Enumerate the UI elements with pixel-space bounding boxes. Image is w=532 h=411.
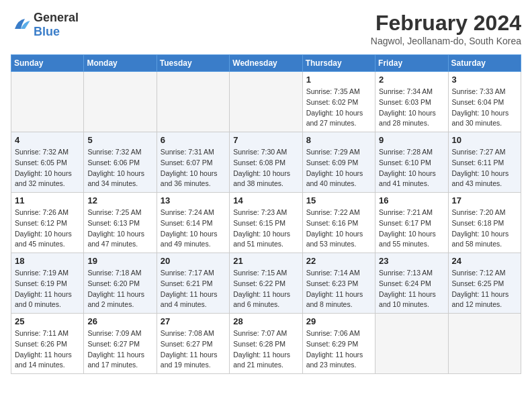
day-info: Sunrise: 7:26 AMSunset: 6:12 PMDaylight:…	[15, 208, 80, 250]
calendar-cell: 5Sunrise: 7:32 AMSunset: 6:06 PMDaylight…	[84, 132, 157, 193]
calendar-week-row: 11Sunrise: 7:26 AMSunset: 6:12 PMDayligh…	[11, 193, 521, 253]
day-number: 26	[87, 316, 152, 326]
day-number: 27	[161, 316, 226, 326]
page-header: General Blue February 2024 Nagwol, Jeoll…	[11, 11, 521, 46]
day-info: Sunrise: 7:34 AMSunset: 6:03 PMDaylight:…	[379, 87, 444, 129]
day-info: Sunrise: 7:11 AMSunset: 6:26 PMDaylight:…	[15, 328, 80, 371]
day-info: Sunrise: 7:33 AMSunset: 6:04 PMDaylight:…	[452, 87, 517, 129]
weekday-header-tuesday: Tuesday	[157, 55, 229, 72]
day-info: Sunrise: 7:30 AMSunset: 6:08 PMDaylight:…	[233, 147, 298, 189]
calendar-cell: 19Sunrise: 7:18 AMSunset: 6:20 PMDayligh…	[84, 253, 157, 314]
day-number: 28	[233, 316, 298, 326]
calendar-cell	[11, 72, 84, 132]
logo-bird-icon	[11, 15, 31, 35]
calendar-cell: 4Sunrise: 7:32 AMSunset: 6:05 PMDaylight…	[11, 132, 84, 193]
calendar-cell: 17Sunrise: 7:20 AMSunset: 6:18 PMDayligh…	[448, 193, 521, 253]
calendar-cell	[230, 72, 302, 132]
day-info: Sunrise: 7:28 AMSunset: 6:10 PMDaylight:…	[379, 147, 444, 189]
calendar-cell	[157, 72, 229, 132]
weekday-header-thursday: Thursday	[302, 55, 375, 72]
day-number: 11	[15, 195, 80, 205]
calendar-cell: 22Sunrise: 7:14 AMSunset: 6:23 PMDayligh…	[302, 253, 375, 314]
day-number: 19	[87, 256, 152, 266]
day-number: 16	[379, 195, 444, 205]
weekday-header-sunday: Sunday	[11, 55, 84, 72]
day-info: Sunrise: 7:22 AMSunset: 6:16 PMDaylight:…	[306, 208, 371, 250]
day-info: Sunrise: 7:24 AMSunset: 6:14 PMDaylight:…	[161, 208, 226, 250]
day-number: 22	[306, 256, 371, 266]
day-info: Sunrise: 7:19 AMSunset: 6:19 PMDaylight:…	[15, 268, 80, 310]
calendar-cell: 15Sunrise: 7:22 AMSunset: 6:16 PMDayligh…	[302, 193, 375, 253]
day-info: Sunrise: 7:29 AMSunset: 6:09 PMDaylight:…	[306, 147, 371, 189]
day-info: Sunrise: 7:12 AMSunset: 6:25 PMDaylight:…	[452, 268, 517, 310]
calendar-cell: 12Sunrise: 7:25 AMSunset: 6:13 PMDayligh…	[84, 193, 157, 253]
day-info: Sunrise: 7:06 AMSunset: 6:29 PMDaylight:…	[306, 328, 371, 371]
weekday-header-saturday: Saturday	[448, 55, 521, 72]
day-info: Sunrise: 7:27 AMSunset: 6:11 PMDaylight:…	[452, 147, 517, 189]
day-number: 13	[161, 195, 226, 205]
day-number: 14	[233, 195, 298, 205]
day-number: 4	[15, 135, 80, 145]
day-info: Sunrise: 7:17 AMSunset: 6:21 PMDaylight:…	[161, 268, 226, 310]
day-number: 7	[233, 135, 298, 145]
day-info: Sunrise: 7:20 AMSunset: 6:18 PMDaylight:…	[452, 208, 517, 250]
calendar-cell: 18Sunrise: 7:19 AMSunset: 6:19 PMDayligh…	[11, 253, 84, 314]
day-info: Sunrise: 7:21 AMSunset: 6:17 PMDaylight:…	[379, 208, 444, 250]
calendar-cell: 29Sunrise: 7:06 AMSunset: 6:29 PMDayligh…	[302, 314, 375, 374]
calendar-cell: 21Sunrise: 7:15 AMSunset: 6:22 PMDayligh…	[230, 253, 302, 314]
day-number: 9	[379, 135, 444, 145]
day-number: 24	[452, 256, 517, 266]
calendar-cell: 7Sunrise: 7:30 AMSunset: 6:08 PMDaylight…	[230, 132, 302, 193]
logo: General Blue	[11, 11, 79, 39]
day-number: 20	[161, 256, 226, 266]
calendar-cell: 10Sunrise: 7:27 AMSunset: 6:11 PMDayligh…	[448, 132, 521, 193]
calendar-cell: 28Sunrise: 7:07 AMSunset: 6:28 PMDayligh…	[230, 314, 302, 374]
calendar-cell: 1Sunrise: 7:35 AMSunset: 6:02 PMDaylight…	[302, 72, 375, 132]
day-info: Sunrise: 7:23 AMSunset: 6:15 PMDaylight:…	[233, 208, 298, 250]
calendar-cell: 23Sunrise: 7:13 AMSunset: 6:24 PMDayligh…	[375, 253, 448, 314]
weekday-header-row: SundayMondayTuesdayWednesdayThursdayFrid…	[11, 55, 521, 72]
calendar-week-row: 18Sunrise: 7:19 AMSunset: 6:19 PMDayligh…	[11, 253, 521, 314]
day-number: 3	[452, 75, 517, 85]
location-subtitle: Nagwol, Jeollanam-do, South Korea	[371, 36, 521, 46]
calendar-cell	[375, 314, 448, 374]
day-number: 29	[306, 316, 371, 326]
calendar-cell	[84, 72, 157, 132]
calendar-cell: 8Sunrise: 7:29 AMSunset: 6:09 PMDaylight…	[302, 132, 375, 193]
calendar-week-row: 4Sunrise: 7:32 AMSunset: 6:05 PMDaylight…	[11, 132, 521, 193]
day-number: 15	[306, 195, 371, 205]
month-year-title: February 2024	[371, 11, 521, 36]
calendar-cell: 11Sunrise: 7:26 AMSunset: 6:12 PMDayligh…	[11, 193, 84, 253]
calendar-week-row: 25Sunrise: 7:11 AMSunset: 6:26 PMDayligh…	[11, 314, 521, 374]
day-info: Sunrise: 7:07 AMSunset: 6:28 PMDaylight:…	[233, 328, 298, 371]
calendar-cell	[448, 314, 521, 374]
calendar-week-row: 1Sunrise: 7:35 AMSunset: 6:02 PMDaylight…	[11, 72, 521, 132]
day-info: Sunrise: 7:32 AMSunset: 6:06 PMDaylight:…	[87, 147, 152, 189]
calendar-cell: 2Sunrise: 7:34 AMSunset: 6:03 PMDaylight…	[375, 72, 448, 132]
day-number: 6	[161, 135, 226, 145]
calendar-cell: 24Sunrise: 7:12 AMSunset: 6:25 PMDayligh…	[448, 253, 521, 314]
day-info: Sunrise: 7:09 AMSunset: 6:27 PMDaylight:…	[87, 328, 152, 371]
calendar-cell: 26Sunrise: 7:09 AMSunset: 6:27 PMDayligh…	[84, 314, 157, 374]
day-number: 17	[452, 195, 517, 205]
day-number: 5	[87, 135, 152, 145]
weekday-header-wednesday: Wednesday	[230, 55, 302, 72]
day-number: 12	[87, 195, 152, 205]
day-info: Sunrise: 7:13 AMSunset: 6:24 PMDaylight:…	[379, 268, 444, 310]
day-number: 1	[306, 75, 371, 85]
day-number: 23	[379, 256, 444, 266]
logo-text: General Blue	[34, 11, 79, 39]
calendar-cell: 3Sunrise: 7:33 AMSunset: 6:04 PMDaylight…	[448, 72, 521, 132]
weekday-header-friday: Friday	[375, 55, 448, 72]
calendar-cell: 14Sunrise: 7:23 AMSunset: 6:15 PMDayligh…	[230, 193, 302, 253]
day-info: Sunrise: 7:25 AMSunset: 6:13 PMDaylight:…	[87, 208, 152, 250]
day-info: Sunrise: 7:14 AMSunset: 6:23 PMDaylight:…	[306, 268, 371, 310]
day-number: 18	[15, 256, 80, 266]
day-number: 21	[233, 256, 298, 266]
day-info: Sunrise: 7:31 AMSunset: 6:07 PMDaylight:…	[161, 147, 226, 189]
calendar-cell: 13Sunrise: 7:24 AMSunset: 6:14 PMDayligh…	[157, 193, 229, 253]
day-info: Sunrise: 7:15 AMSunset: 6:22 PMDaylight:…	[233, 268, 298, 310]
calendar-table: SundayMondayTuesdayWednesdayThursdayFrid…	[11, 54, 521, 374]
day-number: 8	[306, 135, 371, 145]
day-info: Sunrise: 7:35 AMSunset: 6:02 PMDaylight:…	[306, 87, 371, 129]
